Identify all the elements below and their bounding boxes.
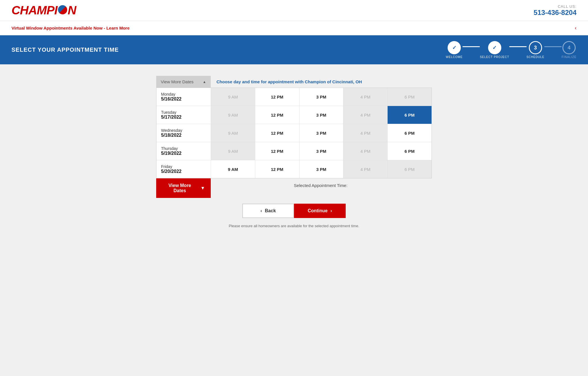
time-slot[interactable]: 3 PM	[299, 106, 344, 124]
step-line-2	[509, 46, 527, 47]
choose-text: Choose day and time for appointment with…	[211, 76, 368, 88]
time-slot: 4 PM	[343, 106, 388, 124]
time-slot[interactable]: 6 PM	[388, 142, 432, 160]
disclaimer: Please ensure all homeowners are availab…	[156, 224, 432, 228]
calendar-row: Thursday5/19/20229 AM12 PM3 PM4 PM6 PM	[156, 142, 432, 160]
step-finalize: 4 FINALIZE	[562, 41, 577, 59]
day-date: 5/17/2022	[161, 115, 206, 120]
time-slot: 9 AM	[211, 88, 255, 106]
time-slot: 6 PM	[388, 160, 432, 178]
time-slot[interactable]: 3 PM	[299, 142, 344, 160]
step-line-3	[544, 46, 562, 47]
day-date: 5/16/2022	[161, 97, 206, 102]
banner-chevron-icon[interactable]: ‹	[575, 25, 577, 31]
time-slot: 4 PM	[343, 88, 388, 106]
back-chevron-icon: ‹	[260, 208, 262, 213]
sort-icon: ▲	[203, 80, 206, 84]
time-slot[interactable]: 12 PM	[255, 124, 299, 142]
time-slot[interactable]: 12 PM	[255, 160, 299, 178]
time-slot: 6 PM	[388, 88, 432, 106]
view-more-dates-top-button[interactable]: View More Dates ▲	[156, 76, 211, 88]
phone-number[interactable]: 513-436-8204	[534, 9, 577, 17]
day-date: 5/19/2022	[161, 151, 206, 156]
day-cell: Monday5/16/2022	[156, 88, 211, 106]
banner-text: Virtual Window Appointments Available No…	[11, 26, 129, 30]
nav-buttons: ‹ Back Continue ›	[156, 204, 432, 218]
day-date: 5/18/2022	[161, 133, 206, 138]
time-slot[interactable]: 3 PM	[299, 88, 344, 106]
dropdown-icon: ▼	[200, 186, 205, 191]
day-name: Monday	[161, 92, 206, 97]
step-select-project: ✓ SELECT PROJECT	[480, 41, 509, 59]
day-name: Tuesday	[161, 110, 206, 115]
back-button[interactable]: ‹ Back	[242, 204, 294, 218]
continue-button[interactable]: Continue ›	[294, 204, 346, 218]
time-slot: 9 AM	[211, 106, 255, 124]
back-label: Back	[265, 208, 276, 213]
step-circle-welcome: ✓	[448, 41, 461, 54]
day-cell: Tuesday5/17/2022	[156, 106, 211, 124]
time-slot: 9 AM	[211, 142, 255, 160]
time-slot[interactable]: 3 PM	[299, 160, 344, 178]
logo: CHAMPIN	[11, 3, 76, 17]
calendar-row: Monday5/16/20229 AM12 PM3 PM4 PM6 PM	[156, 88, 432, 106]
calendar-row: Wednesday5/18/20229 AM12 PM3 PM4 PM6 PM	[156, 124, 432, 142]
time-slot[interactable]: 12 PM	[255, 142, 299, 160]
time-slot[interactable]: 6 PM	[388, 106, 432, 124]
time-slot[interactable]: 12 PM	[255, 88, 299, 106]
day-date: 5/20/2022	[161, 169, 206, 174]
day-cell: Thursday5/19/2022	[156, 142, 211, 160]
day-name: Wednesday	[161, 128, 206, 133]
calendar-grid: Monday5/16/20229 AM12 PM3 PM4 PM6 PMTues…	[156, 88, 432, 178]
day-cell: Friday5/20/2022	[156, 160, 211, 178]
continue-label: Continue	[308, 208, 328, 213]
time-slot: 4 PM	[343, 124, 388, 142]
call-us-label: CALL US:	[534, 4, 577, 9]
call-us-section: CALL US: 513-436-8204	[534, 4, 577, 17]
bottom-row: View More Dates ▼ Selected Appointment T…	[156, 178, 432, 198]
section-title: SELECT YOUR APPOINTMENT TIME	[11, 47, 119, 53]
selected-time-display: Selected Appointment Time:	[211, 178, 432, 192]
step-welcome: ✓ WELCOME	[446, 41, 463, 59]
step-circle-finalize: 4	[562, 41, 576, 54]
step-label-finalize: FINALIZE	[562, 55, 577, 59]
time-slot[interactable]: 6 PM	[388, 124, 432, 142]
calendar-row: Friday5/20/20229 AM12 PM3 PM4 PM6 PM	[156, 160, 432, 178]
view-more-dates-label: View More Dates	[162, 183, 198, 193]
header: CHAMPIN CALL US: 513-436-8204	[0, 0, 588, 21]
steps-container: ✓ WELCOME ✓ SELECT PROJECT 3 SCHEDULE 4 …	[446, 41, 577, 59]
time-slot: 4 PM	[343, 142, 388, 160]
selected-time-label: Selected Appointment Time:	[294, 183, 348, 188]
calendar-row: Tuesday5/17/20229 AM12 PM3 PM4 PM6 PM	[156, 106, 432, 124]
step-circle-select-project: ✓	[488, 41, 501, 54]
time-slot[interactable]: 3 PM	[299, 124, 344, 142]
time-slot: 9 AM	[211, 124, 255, 142]
logo-circle-icon	[58, 5, 67, 14]
day-name: Friday	[161, 164, 206, 169]
view-more-dates-button[interactable]: View More Dates ▼	[156, 178, 211, 198]
day-cell: Wednesday5/18/2022	[156, 124, 211, 142]
step-circle-schedule: 3	[529, 41, 542, 54]
step-label-schedule: SCHEDULE	[527, 55, 544, 59]
step-schedule: 3 SCHEDULE	[527, 41, 544, 59]
continue-chevron-icon: ›	[330, 208, 332, 213]
main-content: View More Dates ▲ Choose day and time fo…	[150, 76, 438, 228]
progress-section: SELECT YOUR APPOINTMENT TIME ✓ WELCOME ✓…	[0, 35, 588, 64]
time-slot[interactable]: 12 PM	[255, 106, 299, 124]
step-label-welcome: WELCOME	[446, 55, 463, 59]
step-line-1	[463, 46, 480, 47]
banner[interactable]: Virtual Window Appointments Available No…	[0, 21, 588, 35]
time-slot: 4 PM	[343, 160, 388, 178]
day-name: Thursday	[161, 146, 206, 151]
time-slot[interactable]: 9 AM	[211, 160, 255, 178]
step-label-select-project: SELECT PROJECT	[480, 55, 509, 59]
view-more-dates-top-label: View More Dates	[161, 79, 194, 84]
calendar-container: View More Dates ▲ Choose day and time fo…	[156, 76, 432, 198]
